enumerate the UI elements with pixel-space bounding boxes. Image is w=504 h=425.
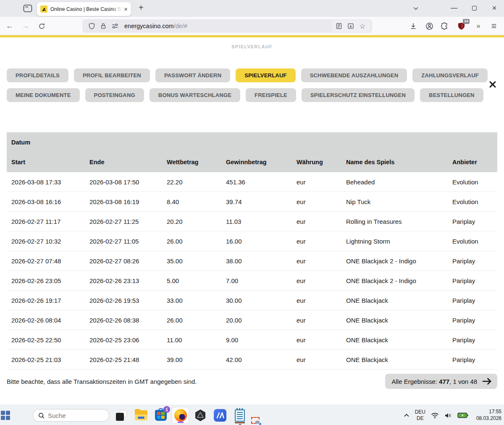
taskbar-apps: 1 — [113, 407, 248, 424]
url-text[interactable]: energycasino.com/de/# — [124, 23, 332, 29]
table-cell: 20.00 — [221, 317, 292, 324]
nav-tab-bestellungen[interactable]: BESTELLUNGEN — [420, 88, 483, 102]
adblock-badge: 14 — [463, 19, 470, 24]
nav-tab-meine-dokumente[interactable]: MEINE DOKUMENTE — [7, 88, 80, 102]
search-input[interactable] — [48, 412, 94, 419]
nav-tab-posteingang[interactable]: POSTEINGANG — [85, 88, 144, 102]
nav-tab-bonus-warteschlange[interactable]: BONUS WARTESCHLANGE — [150, 88, 240, 102]
downloads-icon[interactable] — [408, 21, 418, 31]
extensions-puzzle-icon[interactable] — [439, 21, 449, 31]
column-header-gewinnbetrag: Gewinnbetrag — [221, 159, 292, 165]
table-cell: 26.00 — [162, 238, 221, 245]
tray-date: 08.03.2026 — [474, 415, 501, 422]
windows-taskbar: 1 DEUDE — [0, 405, 504, 425]
column-header-name-des-spiels: Name des Spiels — [341, 159, 448, 165]
overflow-chevrons-icon[interactable]: » — [473, 21, 483, 31]
table-row: 2026-03-08 17:332026-03-08 17:5022.20451… — [7, 172, 497, 192]
nav-tab-profil-bearbeiten[interactable]: PROFIL BEARBEITEN — [74, 68, 150, 82]
volume-icon[interactable] — [444, 412, 452, 419]
task-view-button[interactable] — [113, 407, 130, 424]
start-button-icon[interactable] — [1, 411, 10, 420]
hexagon-app-button[interactable] — [192, 407, 209, 424]
table-cell: 2026-02-26 19:53 — [85, 297, 162, 304]
nav-tab-spielverlauf[interactable]: SPIELVERLAUF — [236, 68, 295, 82]
table-cell: Lightning Storm — [341, 238, 448, 245]
table-cell: 2026-02-26 23:05 — [7, 277, 85, 284]
slash-app-button[interactable] — [211, 407, 228, 424]
table-cell: 2026-02-27 07:48 — [7, 257, 85, 265]
screen-capture-overlay-icon[interactable] — [251, 417, 260, 424]
next-page-arrow-icon[interactable] — [482, 377, 492, 386]
lock-icon[interactable] — [99, 22, 108, 30]
table-cell: eur — [292, 336, 341, 344]
browser-toolbar: ← → energycasino.com/de/# — [0, 17, 504, 35]
table-cell: 451.36 — [221, 178, 292, 186]
table-cell: 2026-02-27 10:32 — [7, 238, 85, 245]
file-explorer-icon — [135, 410, 147, 420]
clock[interactable]: 17:5508.03.2026 — [474, 409, 501, 422]
table-cell: 38.00 — [221, 257, 292, 265]
notepad-button[interactable] — [231, 407, 248, 424]
table-cell: Pariplay — [448, 257, 497, 265]
nav-tab-profildetails[interactable]: PROFILDETAILS — [7, 68, 68, 82]
window-maximize-button[interactable] — [465, 0, 484, 16]
menu-hamburger-icon[interactable]: ≡ — [489, 21, 499, 31]
table-cell: 9.00 — [221, 336, 292, 344]
table-row: 2026-02-25 21:032026-02-25 21:4839.0042.… — [7, 350, 497, 370]
table-cell: eur — [292, 238, 341, 245]
window-minimize-button[interactable]: — — [444, 0, 464, 16]
reload-button[interactable] — [37, 21, 46, 31]
table-cell: eur — [292, 178, 341, 186]
nav-tab-passwort-ändern[interactable]: PASSWORT ÄNDERN — [155, 68, 230, 82]
search-icon — [38, 412, 45, 419]
panel-close-icon[interactable] — [488, 80, 497, 89]
page-title: SPIELVERLAUF — [0, 37, 504, 49]
window-close-button[interactable]: × — [485, 0, 504, 16]
table-cell: eur — [292, 257, 341, 265]
table-cell: 2026-02-25 22:50 — [7, 336, 85, 344]
nav-tab-freispiele[interactable]: FREISPIELE — [246, 88, 296, 102]
microsoft-store-button[interactable]: 1 — [152, 407, 169, 424]
gmt-footnote: Bitte beachte, dass alle Transaktionszei… — [7, 378, 197, 385]
table-row: 2026-02-26 08:042026-02-26 08:3826.0020.… — [7, 310, 497, 330]
screen: Online Casino | Beste Casino Spi × + — ×… — [0, 0, 504, 425]
nav-tab-zahlungsverlauf[interactable]: ZAHLUNGSVERLAUF — [412, 68, 488, 82]
url-domain: energycasino.com — [124, 23, 174, 29]
reader-mode-icon[interactable] — [334, 21, 344, 31]
firefox-view-icon[interactable] — [23, 4, 32, 13]
forward-button[interactable]: → — [21, 21, 30, 31]
new-tab-button[interactable]: + — [139, 3, 144, 13]
column-header-anbieter: Anbieter — [448, 159, 497, 165]
account-icon[interactable] — [424, 21, 434, 31]
table-cell: Nip Tuck — [341, 198, 448, 205]
taskbar-search[interactable] — [33, 409, 109, 422]
adblock-shield-icon[interactable]: 14 — [456, 21, 466, 31]
table-cell: 39.00 — [162, 356, 221, 363]
nav-tab-schwebende-auszahlungen[interactable]: SCHWEBENDE AUSZAHLUNGEN — [301, 68, 407, 82]
tray-time: 17:55 — [474, 409, 501, 415]
firefox-button[interactable] — [172, 407, 189, 424]
nav-tab-spielerschutz-einstellungen[interactable]: SPIELERSCHUTZ EINSTELLUNGEN — [302, 88, 415, 102]
table-cell: eur — [292, 356, 341, 363]
table-cell: 8.40 — [162, 198, 221, 205]
table-body: 2026-03-08 17:332026-03-08 17:5022.20451… — [7, 172, 497, 370]
wifi-icon[interactable] — [431, 412, 439, 419]
language-indicator[interactable]: DEUDE — [415, 409, 425, 422]
back-button[interactable]: ← — [5, 21, 14, 31]
tab-close-icon[interactable]: × — [124, 6, 128, 12]
table-cell: 7.00 — [221, 277, 292, 284]
shield-icon[interactable] — [87, 22, 96, 30]
table-cell: ONE Blackjack — [341, 356, 448, 363]
browser-tab[interactable]: Online Casino | Beste Casino Spi × — [37, 2, 131, 16]
file-explorer-button[interactable] — [132, 407, 150, 424]
tray-chevron-up-icon[interactable] — [404, 413, 410, 417]
account-nav-row-1: PROFILDETAILSPROFIL BEARBEITENPASSWORT Ä… — [7, 68, 497, 82]
save-page-icon[interactable] — [346, 21, 355, 31]
table-row: 2026-02-27 10:322026-02-27 11:0526.0016.… — [7, 231, 497, 251]
tab-list-chevron-icon[interactable] — [412, 5, 419, 12]
url-bar[interactable]: energycasino.com/de/# ☆ — [82, 19, 372, 33]
tab-title: Online Casino | Beste Casino Spi — [50, 6, 122, 12]
pagination-pill[interactable]: Alle Ergebnisse: 477, 1 von 48 — [385, 374, 497, 389]
bookmark-star-icon[interactable]: ☆ — [358, 21, 367, 31]
permissions-icon[interactable] — [111, 22, 119, 30]
